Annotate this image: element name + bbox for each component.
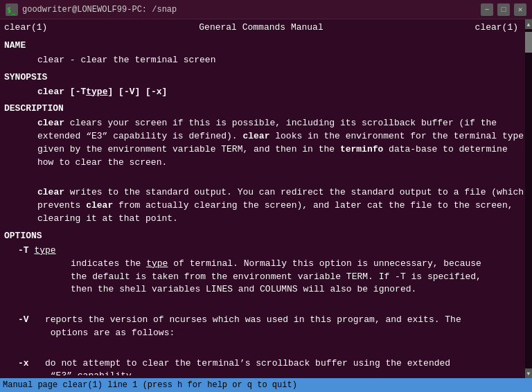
status-bar: Manual page clear(1) line 1 (press h for… xyxy=(0,378,532,392)
option-x-block: -x do not attempt to clear the terminal’… xyxy=(4,357,528,375)
option-T-desc: indicates the type of terminal. Normally… xyxy=(4,258,528,297)
terminal-icon: $_ xyxy=(6,3,18,16)
synopsis-args: [-Ttype] [-V] [-x] xyxy=(70,87,167,97)
status-bar-text: Manual page clear(1) line 1 (press h for… xyxy=(3,380,297,390)
section-name-content: clear - clear the terminal screen xyxy=(4,54,528,67)
section-desc-heading: DESCRIPTION xyxy=(4,103,528,116)
section-desc-para1: clear clears your screen if this is poss… xyxy=(4,117,528,169)
scrollbar-down-button[interactable]: ▼ xyxy=(525,368,532,378)
option-T-line: -T type xyxy=(4,244,528,258)
option-T-block: -T type indicates the type of terminal. … xyxy=(4,244,528,296)
title-bar: $_ goodwriter@LONEWOLF99-PC: /snap − □ ✕ xyxy=(0,0,532,19)
option-V-block: -V reports the version of ncurses which … xyxy=(4,314,528,340)
man-header-center: General Commands Manual xyxy=(199,22,323,33)
man-header-left: clear(1) xyxy=(4,22,47,33)
title-bar-controls: − □ ✕ xyxy=(481,3,526,16)
minimize-button[interactable]: − xyxy=(481,3,493,16)
option-x-line: -x do not attempt to clear the terminal’… xyxy=(4,357,528,375)
synopsis-clear: clear xyxy=(37,87,64,97)
option-V-line: -V reports the version of ncurses which … xyxy=(4,314,528,340)
section-synopsis-content: clear [-Ttype] [-V] [-x] xyxy=(4,86,528,99)
section-synopsis-heading: SYNOPSIS xyxy=(4,71,528,84)
section-name-heading: NAME xyxy=(4,39,528,53)
section-desc-para2: clear writes to the standard output. You… xyxy=(4,186,528,226)
scrollbar-thumb[interactable] xyxy=(525,32,532,53)
terminal-window: $_ goodwriter@LONEWOLF99-PC: /snap − □ ✕… xyxy=(0,0,532,392)
man-page-body: NAME clear - clear the terminal screen S… xyxy=(4,37,528,375)
svg-text:$_: $_ xyxy=(7,6,16,15)
terminal-content: clear(1) General Commands Manual clear(1… xyxy=(0,19,532,378)
scrollbar[interactable]: ▲ ▼ xyxy=(525,19,532,378)
title-bar-text: goodwriter@LONEWOLF99-PC: /snap xyxy=(22,5,481,15)
close-button[interactable]: ✕ xyxy=(514,3,526,16)
man-page-header: clear(1) General Commands Manual clear(1… xyxy=(4,22,528,33)
maximize-button[interactable]: □ xyxy=(497,3,510,16)
section-options-heading: OPTIONS xyxy=(4,230,528,243)
scrollbar-up-button[interactable]: ▲ xyxy=(525,19,532,29)
man-header-right: clear(1) xyxy=(475,22,518,33)
